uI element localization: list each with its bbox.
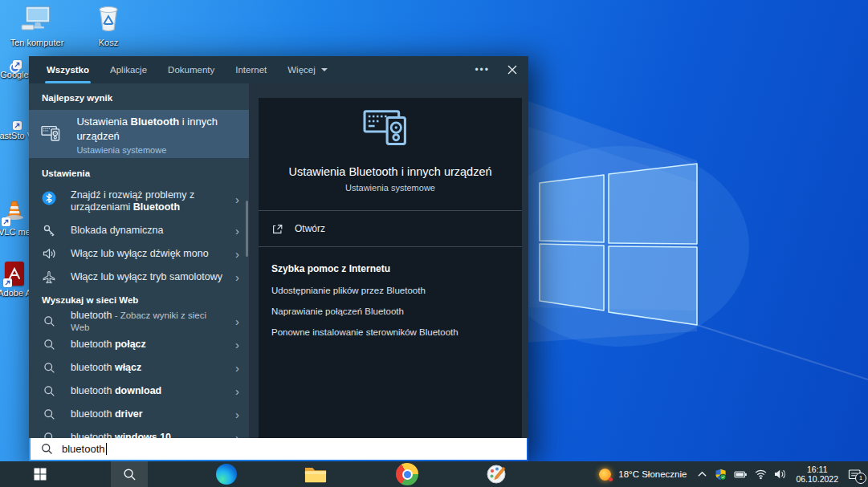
section-header-web-search: Wyszukaj w sieci Web: [29, 289, 249, 310]
paint3d-icon: [486, 464, 507, 485]
action-center-button[interactable]: 1: [848, 469, 862, 481]
desktop-icon-this-pc[interactable]: Ten komputer: [8, 5, 66, 47]
taskbar-file-explorer-button[interactable]: [297, 461, 334, 487]
suggestion-label: bluetooth driver: [71, 408, 225, 420]
airplane-icon: [42, 270, 56, 284]
chevron-right-icon: ›: [235, 271, 239, 283]
recycle-bin-icon: [96, 4, 120, 35]
chevron-right-icon: ›: [235, 339, 239, 351]
tray-chevron-up-icon[interactable]: [697, 469, 707, 479]
shortcut-arrow-icon: [2, 217, 10, 226]
weather-text[interactable]: 18°C Słonecznie: [618, 469, 687, 479]
search-input-value: bluetooth: [62, 443, 105, 455]
desktop-icon-recycle-bin[interactable]: Kosz: [79, 4, 137, 47]
chevron-right-icon: ›: [235, 408, 239, 420]
tab-all[interactable]: Wszystko: [47, 56, 89, 83]
settings-result-airplane-mode[interactable]: Włącz lub wyłącz tryb samolotowy ›: [29, 266, 249, 289]
shortcut-arrow-icon: [13, 60, 22, 69]
tab-documents[interactable]: Dokumenty: [168, 56, 214, 83]
clock-time: 16:11: [807, 465, 828, 474]
result-label: Blokada dynamiczna: [71, 225, 225, 237]
quick-link-reinstall-drivers[interactable]: Ponowne instalowanie sterowników Bluetoo…: [259, 327, 522, 337]
search-icon: [42, 339, 56, 351]
chevron-right-icon: ›: [235, 362, 239, 374]
result-label: Włącz lub wyłącz dźwięk mono: [71, 248, 225, 260]
web-suggestion[interactable]: bluetooth włącz ›: [29, 356, 249, 379]
chevron-right-icon: ›: [235, 315, 239, 327]
close-icon: [507, 65, 517, 75]
shortcut-arrow-icon: [13, 121, 22, 130]
search-icon: [42, 432, 56, 438]
taskbar-search-button[interactable]: [111, 461, 148, 487]
taskbar-edge-button[interactable]: [208, 461, 245, 487]
preview-title: Ustawienia Bluetooth i innych urządzeń: [259, 165, 522, 178]
windows-logo-icon: [34, 468, 47, 481]
taskbar-clock[interactable]: 16:11 06.10.2022: [796, 465, 838, 484]
desktop-icon-label: Kosz: [99, 38, 118, 47]
suggestion-label: bluetooth - Zobacz wyniki z sieci Web: [71, 310, 225, 334]
search-icon: [42, 362, 56, 374]
search-results-list: Najlepszy wynik Ustawienia Bluetooth i i…: [29, 83, 249, 438]
chrome-icon: [396, 463, 418, 485]
tab-apps[interactable]: Aplikacje: [110, 56, 147, 83]
weather-sun-icon[interactable]: [599, 469, 611, 481]
chevron-down-icon: [321, 68, 328, 71]
open-icon: [271, 223, 283, 235]
settings-result-bluetooth-troubleshoot[interactable]: Znajdź i rozwiąż problemy z urządzeniami…: [29, 184, 249, 219]
quick-link-file-sharing[interactable]: Udostępnianie plików przez Bluetooth: [259, 286, 522, 295]
result-label: Znajdź i rozwiąż problemy z urządzeniami…: [71, 189, 225, 213]
taskbar: 18°C Słonecznie: [0, 461, 868, 487]
web-suggestion[interactable]: bluetooth połącz ›: [29, 333, 249, 356]
result-label: Włącz lub wyłącz tryb samolotowy: [71, 271, 225, 283]
list-scrollbar[interactable]: [246, 201, 248, 257]
open-label: Otwórz: [295, 223, 325, 234]
edge-icon: [216, 464, 237, 485]
suggestion-label: bluetooth download: [71, 385, 225, 397]
taskbar-paint3d-button[interactable]: [478, 461, 515, 487]
desktop-icon-label: Ten komputer: [10, 38, 64, 47]
web-suggestion[interactable]: bluetooth - Zobacz wyniki z sieci Web ›: [29, 310, 249, 333]
settings-result-mono-audio[interactable]: Włącz lub wyłącz dźwięk mono ›: [29, 242, 249, 266]
settings-result-dynamic-lock[interactable]: Blokada dynamiczna ›: [29, 219, 249, 242]
volume-icon[interactable]: [774, 469, 786, 480]
key-icon: [42, 224, 56, 237]
chevron-right-icon: ›: [235, 248, 239, 260]
taskbar-chrome-button[interactable]: [389, 461, 426, 487]
text-cursor: [106, 443, 108, 455]
bluetooth-devices-hero-icon: [361, 105, 420, 155]
web-suggestion[interactable]: bluetooth download ›: [29, 379, 249, 403]
this-pc-icon: [20, 5, 54, 35]
desktop-icon-label: Adobe A: [0, 288, 31, 298]
suggestion-label: bluetooth windows 10: [71, 432, 225, 438]
system-tray: 18°C Słonecznie: [599, 461, 868, 487]
section-header-best-match: Najlepszy wynik: [29, 83, 249, 110]
chevron-right-icon: ›: [235, 432, 239, 438]
web-suggestion[interactable]: bluetooth windows 10 ›: [29, 426, 249, 438]
tab-internet[interactable]: Internet: [235, 56, 267, 83]
battery-icon[interactable]: [734, 469, 748, 480]
wifi-icon[interactable]: [755, 469, 767, 480]
preview-subtitle: Ustawienia systemowe: [259, 183, 522, 193]
start-button[interactable]: [22, 461, 59, 487]
tab-more[interactable]: Więcej: [287, 56, 328, 83]
section-header-settings: Ustawienia: [29, 158, 249, 184]
bluetooth-icon: [42, 191, 56, 205]
preview-card: Ustawienia Bluetooth i innych urządzeń U…: [259, 98, 522, 438]
search-icon: [123, 468, 137, 481]
best-match-subtitle: Ustawienia systemowe: [76, 145, 249, 155]
quick-link-fix-connections[interactable]: Naprawianie połączeń Bluetooth: [259, 306, 522, 316]
clock-date: 06.10.2022: [796, 474, 838, 484]
close-button[interactable]: [507, 65, 517, 75]
best-match-result[interactable]: Ustawienia Bluetooth i innych urządzeń U…: [29, 110, 249, 158]
shortcut-arrow-icon: [3, 278, 12, 287]
bluetooth-devices-icon: [40, 123, 65, 146]
web-suggestion[interactable]: bluetooth driver ›: [29, 403, 249, 426]
more-options-button[interactable]: •••: [475, 64, 490, 75]
search-input[interactable]: bluetooth: [31, 438, 527, 460]
suggestion-label: bluetooth włącz: [71, 362, 225, 374]
open-action[interactable]: Otwórz: [259, 211, 522, 246]
windows-security-icon[interactable]: [715, 469, 727, 481]
windows-search-flyout: Wszystko Aplikacje Dokumenty Internet Wi…: [29, 56, 528, 461]
search-icon: [42, 408, 56, 420]
windows-logo-wallpaper: [526, 76, 868, 461]
